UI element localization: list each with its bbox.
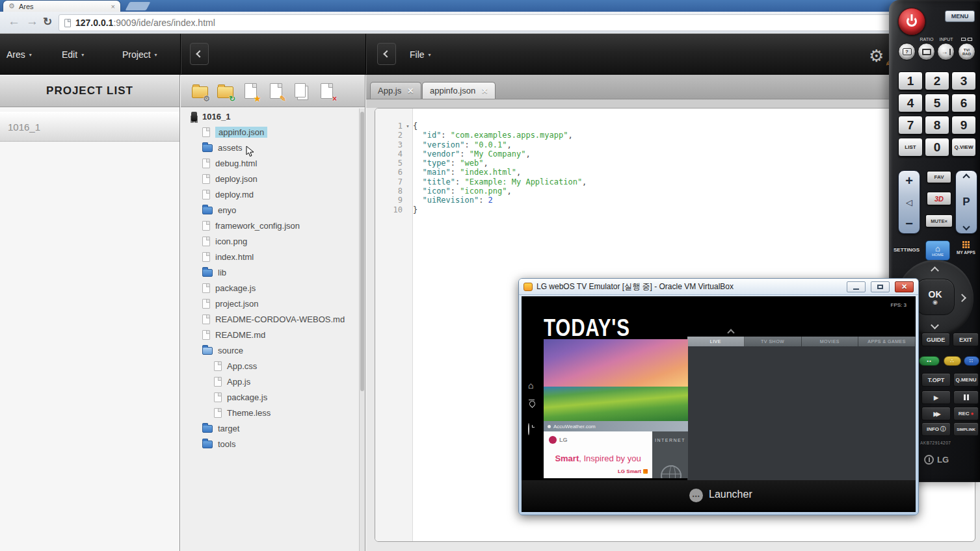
code-line-3[interactable]: 3 "version": "0.0.1", (375, 140, 975, 149)
tree-item-package.js[interactable]: package.js (181, 280, 359, 296)
tree-item-target[interactable]: target (181, 420, 359, 436)
code-line-8[interactable]: 8 "icon": "icon.png", (375, 186, 975, 196)
tree-item-deploy.json[interactable]: deploy.json (181, 171, 359, 186)
reload-icon[interactable]: ↻ (43, 15, 52, 29)
close-button[interactable]: ✕ (895, 281, 914, 292)
internet-tile[interactable]: INTERNET (652, 431, 688, 478)
tree-root[interactable]: 1016_1 (181, 109, 359, 124)
close-icon[interactable]: ✕ (481, 86, 488, 96)
digit-9-button[interactable]: 9 (951, 116, 976, 135)
collapse-editor-panel-button[interactable] (377, 43, 396, 65)
file-tree-scrollbar[interactable] (359, 109, 365, 551)
project-item[interactable]: 1016_1 (0, 112, 179, 142)
exit-button[interactable]: EXIT (953, 333, 979, 346)
digit-8-button[interactable]: 8 (925, 116, 949, 135)
guide-button[interactable]: GUIDE (921, 333, 950, 346)
featured-image[interactable] (544, 339, 688, 421)
new-tab-button[interactable] (126, 2, 151, 10)
digit-7-button[interactable]: 7 (898, 116, 923, 135)
clock-icon[interactable] (528, 424, 529, 435)
fav-button[interactable]: FAV (927, 171, 951, 183)
info-button[interactable]: INFOⓘ (921, 422, 951, 436)
home-button[interactable]: ⌂ HOME (925, 240, 950, 261)
collapse-files-panel-button[interactable] (190, 43, 209, 65)
digit-6-button[interactable]: 6 (951, 94, 976, 112)
guide-book-button[interactable]: ? (898, 43, 916, 60)
menu-ares[interactable]: Ares▾ (7, 49, 32, 60)
simplink-button[interactable]: SIMPLINK (953, 422, 979, 436)
browser-tab[interactable]: ⚙ Ares × (3, 0, 121, 12)
tree-item-App.js[interactable]: App.js (181, 374, 359, 389)
digit-1-button[interactable]: 1 (898, 71, 923, 90)
blue-button[interactable]: ∷ (964, 356, 979, 366)
tab-close-icon[interactable]: × (111, 3, 115, 10)
code-line-2[interactable]: 2 "id": "com.examples.apps.myapp", (375, 131, 975, 140)
fast-forward-button[interactable]: ▶▶ (921, 407, 951, 420)
digit-4-button[interactable]: 4 (898, 94, 923, 112)
tree-item-deploy.md[interactable]: deploy.md (181, 186, 359, 202)
tv-nav-tab-apps-games[interactable]: APPS & GAMES (858, 337, 916, 346)
nav-up-icon[interactable] (931, 266, 939, 275)
channel-down-icon[interactable] (962, 223, 970, 230)
tv-nav-tab-live[interactable]: LIVE (687, 337, 745, 346)
close-icon[interactable]: ✕ (407, 86, 414, 96)
power-button[interactable] (898, 8, 925, 35)
code-line-10[interactable]: 10} (375, 205, 975, 214)
tree-item-debug.html[interactable]: debug.html (181, 155, 359, 171)
home-icon[interactable]: ⌂ (528, 379, 533, 391)
code-line-5[interactable]: 5 "type": "web", (375, 159, 975, 168)
topt-button[interactable]: T.OPT (921, 373, 951, 387)
nav-right-icon[interactable] (958, 294, 966, 302)
digit-3-button[interactable]: 3 (951, 71, 976, 90)
maximize-button[interactable] (871, 281, 890, 292)
tree-item-icon.png[interactable]: icon.png (181, 233, 359, 249)
code-line-1[interactable]: 1▾{ (375, 122, 975, 131)
code-line-6[interactable]: 6 "main": "index.html", (375, 168, 975, 177)
remote-menu-button[interactable]: MENU (945, 10, 975, 22)
volume-down-label[interactable]: − (905, 218, 913, 229)
menu-project[interactable]: Project▾ (122, 49, 157, 60)
window-titlebar[interactable]: LG webOS TV Emulator [실행 중] - Oracle VM … (519, 279, 918, 295)
tv-nav-tab-tv-show[interactable]: TV SHOW (745, 337, 802, 346)
volume-up-label[interactable]: + (905, 175, 913, 186)
3d-button[interactable]: 3D (927, 192, 951, 205)
tv-rad-button[interactable]: TV/RAD (958, 43, 975, 60)
settings-gear-button[interactable]: ⚙✎ (869, 47, 891, 66)
edit-file-button[interactable]: ✎ (266, 81, 285, 101)
minimize-button[interactable] (847, 281, 866, 292)
open-project-folder-button[interactable]: ⚙ (190, 81, 209, 101)
code-line-9[interactable]: 9 "uiRevision": 2 (375, 196, 975, 205)
code-line-4[interactable]: 4 "vendor": "My Company", (375, 149, 975, 159)
tree-item-appinfo.json[interactable]: appinfo.json (181, 124, 359, 140)
tree-item-project.json[interactable]: project.json (181, 296, 359, 311)
tree-item-Theme.less[interactable]: Theme.less (181, 405, 359, 420)
tree-item-lib[interactable]: lib (181, 264, 359, 280)
digit-2-button[interactable]: 2 (925, 71, 949, 90)
rec-button[interactable]: REC● (953, 407, 979, 420)
tree-item-framework_config.json[interactable]: framework_config.json (181, 218, 359, 233)
green-button[interactable]: •• (919, 356, 940, 366)
refresh-folder-button[interactable]: ↻ (215, 81, 235, 101)
nav-down-icon[interactable] (931, 321, 939, 329)
ok-button[interactable]: OK ◉ (916, 279, 955, 315)
editor-tab-appjs[interactable]: App.js ✕ (370, 82, 421, 99)
tree-item-package.js[interactable]: package.js (181, 389, 359, 405)
tree-item-App.css[interactable]: App.css (181, 358, 359, 374)
tree-item-enyo[interactable]: enyo (181, 202, 359, 218)
pause-button[interactable] (953, 391, 979, 404)
back-icon[interactable]: ← (8, 14, 20, 29)
menu-edit[interactable]: Edit▾ (62, 49, 84, 60)
fold-caret-icon[interactable]: ▾ (403, 122, 413, 131)
digit-5-button[interactable]: 5 (925, 94, 949, 112)
qview-button[interactable]: Q.VIEW (951, 138, 976, 157)
tree-item-source[interactable]: source (181, 342, 359, 358)
volume-rocker[interactable]: + ◁ − (898, 170, 920, 234)
list-button[interactable]: LIST (898, 138, 923, 157)
channel-up-icon[interactable] (962, 173, 970, 181)
weather-strip[interactable]: AccuWeather.com (544, 421, 688, 431)
my-apps-button[interactable]: MY APPS (953, 241, 979, 255)
scrollbar-thumb[interactable] (360, 112, 364, 391)
tree-item-index.html[interactable]: index.html (181, 249, 359, 264)
forward-icon[interactable]: → (26, 14, 38, 29)
url-bar[interactable]: 127.0.0.1:9009/ide/ares/index.html (59, 14, 917, 31)
